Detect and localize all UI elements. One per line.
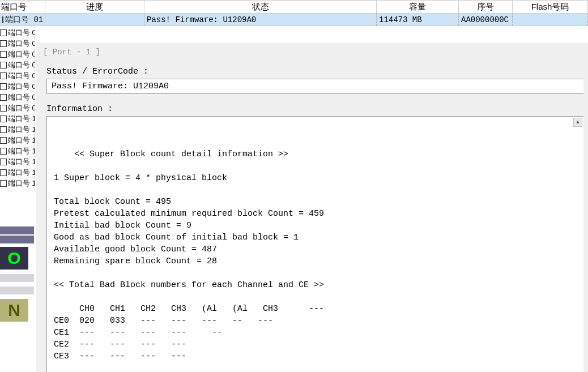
cell-port: 端口号 01: [0, 14, 45, 25]
checkbox-icon[interactable]: [0, 105, 7, 112]
checkbox-icon[interactable]: [0, 83, 7, 90]
list-item[interactable]: 端口号 14: [0, 156, 35, 167]
list-item[interactable]: 端口号 08: [0, 92, 35, 102]
list-item[interactable]: 端口号 12: [0, 135, 35, 146]
table-row[interactable]: 端口号 01 Pass! Firmware: U1209A0 114473 MB…: [0, 14, 588, 26]
port-label: 端口号 10: [8, 114, 35, 124]
panel-title: [ Port - 1 ]: [43, 48, 583, 57]
status-bar: [0, 287, 34, 294]
checkbox-icon[interactable]: [0, 94, 7, 101]
info-label: Information :: [46, 104, 583, 114]
header-status[interactable]: 状态: [144, 1, 377, 13]
checkbox-icon[interactable]: [0, 126, 7, 133]
scroll-up-icon[interactable]: ▲: [573, 118, 582, 127]
info-body: << Super Block count detail information …: [54, 149, 324, 372]
status-bar: [0, 226, 34, 234]
port-label: 端口号 08: [8, 92, 35, 102]
checkbox-icon[interactable]: [0, 116, 7, 122]
port-text: 端口号 01: [5, 15, 43, 25]
checkbox-icon[interactable]: [0, 51, 7, 58]
port-label: 端口号 13: [8, 146, 35, 156]
status-bar: [0, 236, 34, 243]
checkbox-icon[interactable]: [0, 169, 7, 176]
list-item[interactable]: 端口号 11: [0, 124, 35, 135]
list-item[interactable]: 端口号 13: [0, 146, 35, 156]
header-capacity[interactable]: 容量: [377, 1, 459, 13]
checkbox-icon[interactable]: [0, 137, 7, 144]
port-label: 端口号 16: [8, 178, 35, 189]
checkbox-icon[interactable]: [0, 62, 7, 69]
list-item[interactable]: 端口号 10: [0, 113, 35, 124]
status-bar: [0, 274, 34, 282]
list-item[interactable]: 端口号 06: [0, 70, 35, 81]
header-port[interactable]: 端口号: [0, 1, 45, 13]
list-item[interactable]: 端口号 03: [0, 38, 35, 49]
port-label: 端口号 11: [8, 125, 35, 135]
status-badge: N: [0, 299, 28, 322]
grid-header: 端口号 进度 状态 容量 序号 Flash号码: [0, 0, 588, 14]
indicator-area: O N: [0, 226, 34, 322]
list-item[interactable]: 端口号 09: [0, 102, 35, 113]
port-label: 端口号 02: [8, 28, 35, 38]
checkbox-icon[interactable]: [0, 148, 7, 155]
port-label: 端口号 05: [8, 60, 35, 70]
status-label: Status / ErrorCode :: [46, 67, 583, 76]
status-box: Pass! Firmware: U1209A0: [46, 79, 583, 94]
checkbox-icon[interactable]: [0, 29, 7, 36]
cell-progress: [45, 14, 144, 25]
cell-capacity: 114473 MB: [377, 14, 459, 25]
list-item[interactable]: 端口号 02: [0, 27, 35, 38]
checkbox-icon[interactable]: [0, 180, 7, 187]
header-flash[interactable]: Flash号码: [513, 1, 588, 13]
header-progress[interactable]: 进度: [45, 1, 144, 13]
port-label: 端口号 03: [8, 39, 35, 49]
port-label: 端口号 14: [8, 157, 35, 167]
port-label: 端口号 07: [8, 82, 35, 92]
cell-flash: [513, 14, 588, 25]
list-item[interactable]: 端口号 04: [0, 49, 35, 59]
checkbox-icon[interactable]: [0, 159, 7, 165]
list-item[interactable]: 端口号 16: [0, 178, 35, 189]
list-item[interactable]: 端口号 07: [0, 81, 35, 92]
port-label: 端口号 04: [8, 49, 35, 59]
checkbox-icon[interactable]: [0, 72, 7, 79]
port-label: 端口号 12: [8, 135, 35, 146]
port-list: 端口号 02 端口号 03 端口号 04 端口号 05 端口号 06 端口号 0…: [0, 27, 35, 189]
header-serial[interactable]: 序号: [459, 1, 513, 13]
detail-panel: [ Port - 1 ] Status / ErrorCode : Pass! …: [36, 43, 588, 372]
checkbox-icon[interactable]: [0, 40, 7, 47]
cell-status: Pass! Firmware: U1209A0: [144, 14, 377, 25]
list-item[interactable]: 端口号 15: [0, 167, 35, 178]
list-item[interactable]: 端口号 05: [0, 59, 35, 70]
port-label: 端口号 15: [8, 168, 35, 178]
cell-serial: AA0000000C: [459, 14, 513, 25]
info-box[interactable]: ▲ << Super Block count detail informatio…: [46, 116, 583, 372]
status-badge: O: [0, 247, 28, 270]
port-label: 端口号 06: [8, 71, 35, 81]
port-label: 端口号 09: [8, 103, 35, 113]
checkbox-icon[interactable]: [2, 16, 3, 23]
